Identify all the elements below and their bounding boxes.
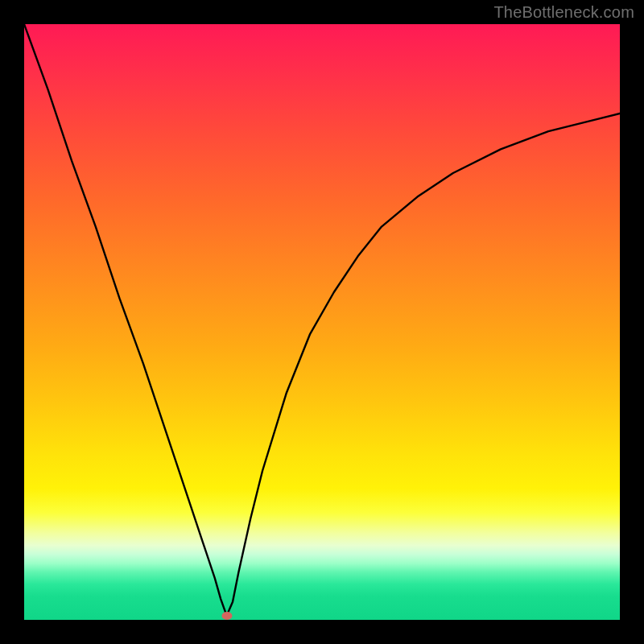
min-marker [221, 612, 232, 620]
plot-area [24, 24, 620, 620]
bottleneck-curve [24, 24, 620, 620]
chart-frame: TheBottleneck.com [0, 0, 644, 644]
watermark-text: TheBottleneck.com [493, 3, 634, 22]
